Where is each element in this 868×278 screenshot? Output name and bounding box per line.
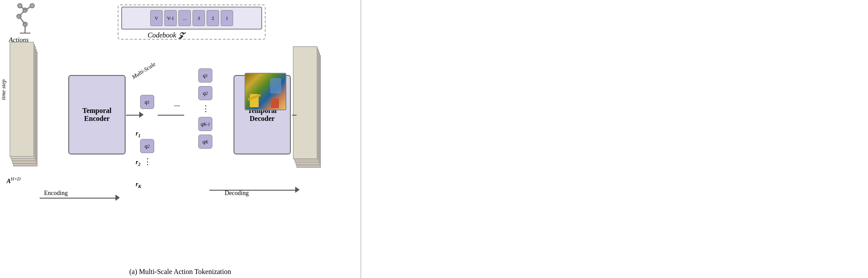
multi-scale-label: Multi-Scale — [130, 60, 157, 81]
decoded-scene-stack — [293, 46, 322, 170]
left-panel: Actions time step AH×D Encoding Temporal… — [0, 0, 361, 278]
svg-point-9 — [18, 4, 22, 8]
decoder-qK-token: qK — [198, 135, 212, 149]
decoder-vdots: ⋮ — [202, 104, 210, 113]
left-panel-caption: (a) Multi-Scale Action Tokenization — [0, 268, 360, 276]
r2-label: r2 — [136, 159, 141, 167]
decoder-q2-token: q2 — [198, 86, 212, 100]
a-matrix-label: AH×D — [7, 177, 21, 185]
time-step-label: time step — [0, 79, 7, 100]
svg-point-7 — [30, 4, 34, 8]
action-matrix-stack — [10, 42, 38, 174]
decoding-label: Decoding — [225, 190, 249, 197]
temporal-encoder-box: TemporalEncoder — [68, 75, 126, 154]
codebook-container: V V-1 ... 3 2 1 Codebook 𝒵 — [121, 7, 262, 39]
scene-photo — [245, 73, 286, 110]
robot-arm-icon — [7, 2, 44, 37]
rK-label: rK — [136, 181, 141, 189]
decoder-q1-token: q1 — [198, 68, 212, 83]
decoder-qKm1-token: qK-1 — [198, 117, 212, 131]
encoding-label: Encoding — [44, 190, 68, 197]
token-dots: ⋮ — [144, 157, 152, 166]
encoder-q2-token: q2 — [140, 139, 154, 153]
encoder-q1-token: q1 — [140, 95, 154, 109]
groups-dots: ... — [174, 99, 180, 109]
r1-label: r1 — [136, 130, 141, 138]
